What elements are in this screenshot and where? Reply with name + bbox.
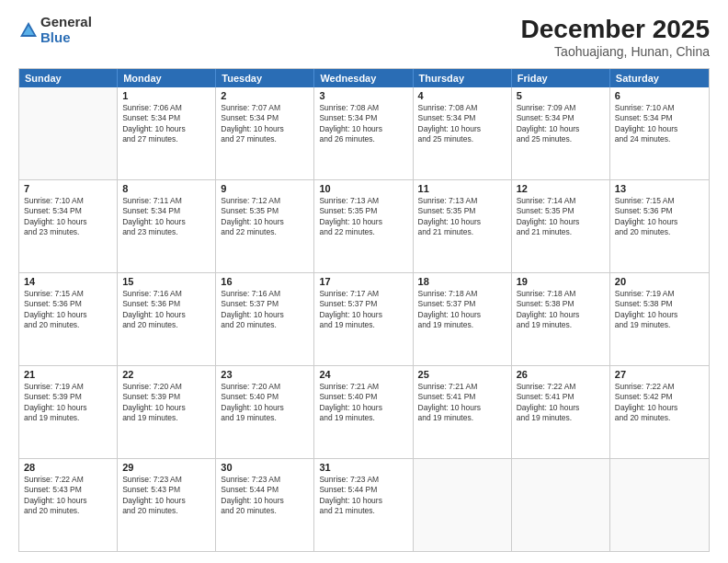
calendar-row: 7Sunrise: 7:10 AM Sunset: 5:34 PM Daylig…: [19, 179, 709, 272]
day-number: 2: [221, 90, 309, 101]
calendar-cell: 13Sunrise: 7:15 AM Sunset: 5:36 PM Dayli…: [610, 180, 709, 272]
cell-info: Sunrise: 7:22 AM Sunset: 5:41 PM Dayligh…: [517, 382, 605, 424]
calendar-cell: 1Sunrise: 7:06 AM Sunset: 5:34 PM Daylig…: [118, 87, 216, 179]
calendar-cell: 4Sunrise: 7:08 AM Sunset: 5:34 PM Daylig…: [414, 87, 512, 179]
calendar-cell: 5Sunrise: 7:09 AM Sunset: 5:34 PM Daylig…: [512, 87, 610, 179]
day-number: 28: [24, 462, 112, 473]
calendar-cell: 6Sunrise: 7:10 AM Sunset: 5:34 PM Daylig…: [610, 87, 709, 179]
calendar-header-cell: Wednesday: [314, 69, 413, 87]
day-number: 19: [517, 276, 605, 287]
calendar-row: 14Sunrise: 7:15 AM Sunset: 5:36 PM Dayli…: [19, 272, 709, 365]
calendar-cell: 3Sunrise: 7:08 AM Sunset: 5:34 PM Daylig…: [314, 87, 413, 179]
cell-info: Sunrise: 7:16 AM Sunset: 5:36 PM Dayligh…: [122, 289, 210, 331]
day-number: 12: [517, 183, 605, 194]
calendar-row: 21Sunrise: 7:19 AM Sunset: 5:39 PM Dayli…: [19, 365, 709, 458]
calendar-cell: [610, 459, 709, 551]
day-number: 10: [319, 183, 407, 194]
calendar-cell: 11Sunrise: 7:13 AM Sunset: 5:35 PM Dayli…: [414, 180, 512, 272]
cell-info: Sunrise: 7:15 AM Sunset: 5:36 PM Dayligh…: [24, 289, 112, 331]
calendar-body: 1Sunrise: 7:06 AM Sunset: 5:34 PM Daylig…: [19, 87, 709, 551]
calendar-header-cell: Monday: [118, 69, 216, 87]
cell-info: Sunrise: 7:15 AM Sunset: 5:36 PM Dayligh…: [615, 196, 704, 238]
calendar-header-cell: Sunday: [19, 69, 118, 87]
cell-info: Sunrise: 7:07 AM Sunset: 5:34 PM Dayligh…: [221, 103, 309, 145]
cell-info: Sunrise: 7:21 AM Sunset: 5:41 PM Dayligh…: [418, 382, 506, 424]
logo-icon: [18, 20, 39, 40]
cell-info: Sunrise: 7:22 AM Sunset: 5:42 PM Dayligh…: [615, 382, 704, 424]
calendar-cell: [19, 87, 118, 179]
cell-info: Sunrise: 7:19 AM Sunset: 5:38 PM Dayligh…: [615, 289, 704, 331]
day-number: 8: [122, 183, 210, 194]
day-number: 20: [615, 276, 704, 287]
day-number: 9: [221, 183, 309, 194]
title-block: December 2025 Taohuajiang, Hunan, China: [521, 15, 710, 59]
cell-info: Sunrise: 7:20 AM Sunset: 5:40 PM Dayligh…: [221, 382, 309, 424]
day-number: 27: [615, 369, 704, 380]
calendar-header-cell: Friday: [512, 69, 610, 87]
day-number: 22: [122, 369, 210, 380]
day-number: 24: [319, 369, 407, 380]
day-number: 4: [418, 90, 506, 101]
cell-info: Sunrise: 7:10 AM Sunset: 5:34 PM Dayligh…: [24, 196, 112, 238]
cell-info: Sunrise: 7:23 AM Sunset: 5:44 PM Dayligh…: [319, 475, 407, 517]
day-number: 31: [319, 462, 407, 473]
cell-info: Sunrise: 7:11 AM Sunset: 5:34 PM Dayligh…: [122, 196, 210, 238]
day-number: 23: [221, 369, 309, 380]
day-number: 17: [319, 276, 407, 287]
cell-info: Sunrise: 7:08 AM Sunset: 5:34 PM Dayligh…: [319, 103, 407, 145]
calendar-cell: 8Sunrise: 7:11 AM Sunset: 5:34 PM Daylig…: [118, 180, 216, 272]
cell-info: Sunrise: 7:12 AM Sunset: 5:35 PM Dayligh…: [221, 196, 309, 238]
cell-info: Sunrise: 7:20 AM Sunset: 5:39 PM Dayligh…: [122, 382, 210, 424]
cell-info: Sunrise: 7:10 AM Sunset: 5:34 PM Dayligh…: [615, 103, 704, 145]
day-number: 18: [418, 276, 506, 287]
calendar-cell: [414, 459, 512, 551]
cell-info: Sunrise: 7:14 AM Sunset: 5:35 PM Dayligh…: [517, 196, 605, 238]
calendar-cell: 2Sunrise: 7:07 AM Sunset: 5:34 PM Daylig…: [216, 87, 314, 179]
day-number: 13: [615, 183, 704, 194]
calendar-cell: 23Sunrise: 7:20 AM Sunset: 5:40 PM Dayli…: [216, 366, 314, 458]
calendar-cell: 12Sunrise: 7:14 AM Sunset: 5:35 PM Dayli…: [512, 180, 610, 272]
calendar-cell: 10Sunrise: 7:13 AM Sunset: 5:35 PM Dayli…: [314, 180, 413, 272]
calendar-cell: 20Sunrise: 7:19 AM Sunset: 5:38 PM Dayli…: [610, 273, 709, 365]
day-number: 11: [418, 183, 506, 194]
cell-info: Sunrise: 7:18 AM Sunset: 5:37 PM Dayligh…: [418, 289, 506, 331]
cell-info: Sunrise: 7:23 AM Sunset: 5:43 PM Dayligh…: [122, 475, 210, 517]
calendar-row: 1Sunrise: 7:06 AM Sunset: 5:34 PM Daylig…: [19, 87, 709, 179]
day-number: 16: [221, 276, 309, 287]
day-number: 7: [24, 183, 112, 194]
day-number: 5: [517, 90, 605, 101]
day-number: 15: [122, 276, 210, 287]
calendar-cell: 25Sunrise: 7:21 AM Sunset: 5:41 PM Dayli…: [414, 366, 512, 458]
calendar-cell: 15Sunrise: 7:16 AM Sunset: 5:36 PM Dayli…: [118, 273, 216, 365]
calendar-cell: 30Sunrise: 7:23 AM Sunset: 5:44 PM Dayli…: [216, 459, 314, 551]
logo-text: General Blue: [40, 15, 92, 45]
day-number: 6: [615, 90, 704, 101]
month-title: December 2025: [521, 15, 710, 44]
cell-info: Sunrise: 7:13 AM Sunset: 5:35 PM Dayligh…: [418, 196, 506, 238]
logo: General Blue: [18, 15, 92, 45]
day-number: 21: [24, 369, 112, 380]
calendar-cell: 16Sunrise: 7:16 AM Sunset: 5:37 PM Dayli…: [216, 273, 314, 365]
cell-info: Sunrise: 7:17 AM Sunset: 5:37 PM Dayligh…: [319, 289, 407, 331]
calendar-header-cell: Thursday: [414, 69, 512, 87]
day-number: 29: [122, 462, 210, 473]
calendar-cell: 9Sunrise: 7:12 AM Sunset: 5:35 PM Daylig…: [216, 180, 314, 272]
calendar-cell: 19Sunrise: 7:18 AM Sunset: 5:38 PM Dayli…: [512, 273, 610, 365]
calendar-cell: 17Sunrise: 7:17 AM Sunset: 5:37 PM Dayli…: [314, 273, 413, 365]
cell-info: Sunrise: 7:22 AM Sunset: 5:43 PM Dayligh…: [24, 475, 112, 517]
calendar: SundayMondayTuesdayWednesdayThursdayFrid…: [18, 68, 710, 552]
day-number: 26: [517, 369, 605, 380]
cell-info: Sunrise: 7:21 AM Sunset: 5:40 PM Dayligh…: [319, 382, 407, 424]
calendar-cell: 27Sunrise: 7:22 AM Sunset: 5:42 PM Dayli…: [610, 366, 709, 458]
calendar-cell: [512, 459, 610, 551]
cell-info: Sunrise: 7:08 AM Sunset: 5:34 PM Dayligh…: [418, 103, 506, 145]
calendar-cell: 31Sunrise: 7:23 AM Sunset: 5:44 PM Dayli…: [314, 459, 413, 551]
day-number: 25: [418, 369, 506, 380]
calendar-cell: 29Sunrise: 7:23 AM Sunset: 5:43 PM Dayli…: [118, 459, 216, 551]
calendar-row: 28Sunrise: 7:22 AM Sunset: 5:43 PM Dayli…: [19, 458, 709, 551]
calendar-header-cell: Saturday: [610, 69, 709, 87]
calendar-cell: 28Sunrise: 7:22 AM Sunset: 5:43 PM Dayli…: [19, 459, 118, 551]
day-number: 30: [221, 462, 309, 473]
calendar-cell: 26Sunrise: 7:22 AM Sunset: 5:41 PM Dayli…: [512, 366, 610, 458]
cell-info: Sunrise: 7:09 AM Sunset: 5:34 PM Dayligh…: [517, 103, 605, 145]
